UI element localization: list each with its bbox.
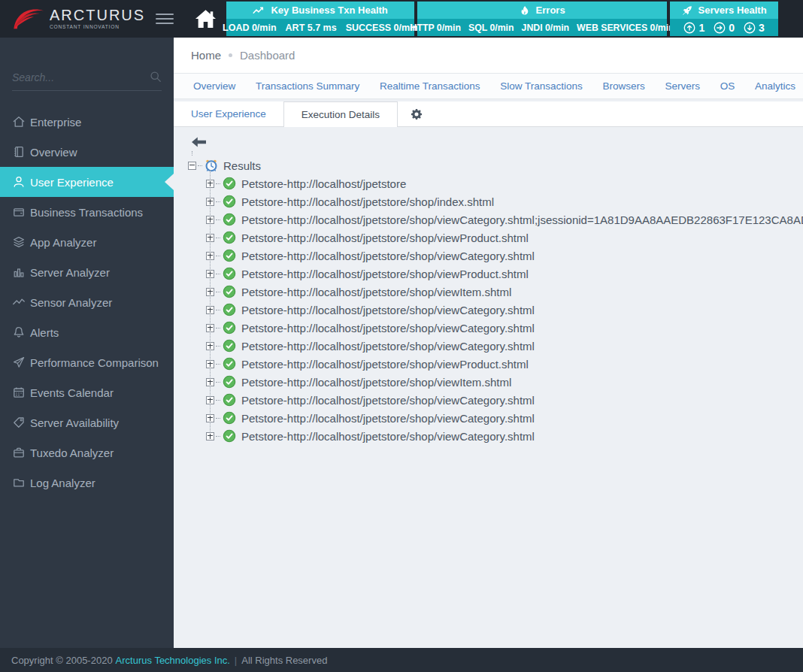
brand-text: ARCTURUS CONSTANT INNOVATION (50, 8, 145, 30)
server-stat-arrow-right-circle-icon: 0 (714, 22, 735, 34)
panel-title: Errors (417, 2, 667, 19)
tree-node-label: Petstore-http://localhost/jpetstore/shop… (241, 286, 511, 298)
sidebar-item-business-transactions[interactable]: Business Transactions (0, 197, 174, 227)
success-check-icon (223, 375, 236, 389)
breadcrumb-home[interactable]: Home (191, 49, 221, 62)
tree-node[interactable]: Petstore-http://localhost/jpetstore/shop… (206, 373, 803, 391)
tree-node[interactable]: Petstore-http://localhost/jpetstore/shop… (206, 337, 803, 355)
tree-node[interactable]: Petstore-http://localhost/jpetstore/shop… (206, 391, 803, 409)
tree-node-label: Petstore-http://localhost/jpetstore/shop… (241, 322, 535, 334)
tree-connector (216, 183, 220, 184)
home-icon (195, 9, 217, 29)
success-check-icon (223, 249, 236, 262)
expand-toggle[interactable] (206, 306, 214, 314)
sidebar-item-user-experience[interactable]: User Experience (0, 167, 174, 197)
tab-browsers[interactable]: Browsers (603, 80, 645, 92)
sidebar-item-label: Log Analyzer (30, 477, 95, 489)
tab-realtime-transactions[interactable]: Realtime Transactions (380, 80, 480, 92)
tab-servers[interactable]: Servers (665, 80, 700, 92)
sub-tabs: User Experience Execution Details (174, 101, 803, 127)
tree-node[interactable]: Petstore-http://localhost/jpetstore (206, 174, 803, 192)
tree-node-label: Petstore-http://localhost/jpetstore/shop… (241, 213, 803, 226)
panel-key-business-txn-health[interactable]: Key Business Txn Health LOAD 0/min ART 5… (226, 2, 414, 36)
tree-connector (216, 274, 220, 274)
expand-toggle[interactable] (206, 216, 214, 224)
panel-errors[interactable]: Errors HTTP 0/min SQL 0/min JNDI 0/min W… (417, 2, 667, 36)
tree-node[interactable]: Petstore-http://localhost/jpetstore/shop… (206, 192, 803, 210)
expand-toggle[interactable] (206, 198, 214, 206)
subtab-execution-details[interactable]: Execution Details (283, 101, 398, 126)
sidebar-nav: Enterprise Overview User Experience (0, 107, 174, 498)
tree-root-node[interactable]: Results (188, 156, 803, 174)
sidebar-item-enterprise[interactable]: Enterprise (0, 107, 174, 137)
tab-settings-button[interactable] (398, 101, 435, 126)
tab-os[interactable]: OS (720, 80, 735, 92)
search-icon[interactable] (150, 71, 162, 83)
tree-node[interactable]: Petstore-http://localhost/jpetstore/shop… (206, 265, 803, 283)
tree-connector (216, 418, 220, 419)
tree-node[interactable]: Petstore-http://localhost/jpetstore/shop… (206, 229, 803, 247)
collapse-toggle[interactable] (188, 162, 196, 170)
tab-analytics[interactable]: Analytics (755, 80, 795, 92)
menu-toggle-button[interactable] (156, 8, 174, 30)
panel-title-text: Errors (536, 5, 565, 16)
expand-toggle[interactable] (206, 414, 214, 422)
sidebar-item-sensor-analyzer[interactable]: Sensor Analyzer (0, 287, 174, 317)
tree-connector (216, 219, 220, 220)
breadcrumb-separator (229, 53, 232, 57)
tree-connector (216, 256, 220, 256)
success-check-icon (223, 231, 236, 244)
tree-node[interactable]: Petstore-http://localhost/jpetstore/shop… (206, 319, 803, 337)
sidebar-item-icon (12, 476, 26, 489)
expand-toggle[interactable] (206, 378, 214, 386)
sidebar-item-events-calendar[interactable]: Events Calendar (0, 377, 174, 407)
back-button[interactable] (191, 137, 207, 147)
expand-toggle[interactable] (206, 396, 214, 404)
tree-node[interactable]: Petstore-http://localhost/jpetstore/shop… (206, 427, 803, 445)
breadcrumb: Home Dashboard (174, 38, 803, 73)
expand-toggle[interactable] (206, 432, 214, 440)
sidebar-item-server-availability[interactable]: Server Availability (0, 407, 174, 437)
app-logo[interactable]: ARCTURUS CONSTANT INNOVATION (0, 5, 145, 33)
tab-slow-transactions[interactable]: Slow Transactions (500, 80, 583, 92)
tab-overview[interactable]: Overview (193, 80, 235, 92)
sidebar-item-log-analyzer[interactable]: Log Analyzer (0, 468, 174, 498)
tree-node[interactable]: Petstore-http://localhost/jpetstore/shop… (206, 409, 803, 427)
sidebar-item-overview[interactable]: Overview (0, 137, 174, 167)
subtab-label: Execution Details (302, 109, 380, 120)
expand-toggle[interactable] (206, 270, 214, 278)
subtab-user-experience[interactable]: User Experience (174, 101, 283, 126)
metric-art-5-7-ms: ART 5.7 ms (286, 23, 337, 33)
tab-transactions-summary[interactable]: Transactions Summary (256, 80, 359, 92)
home-button[interactable] (195, 9, 217, 29)
expand-toggle[interactable] (206, 342, 214, 350)
tree-node-label: Petstore-http://localhost/jpetstore/shop… (241, 412, 535, 425)
tree-node[interactable]: Petstore-http://localhost/jpetstore/shop… (206, 283, 803, 301)
expand-toggle[interactable] (206, 252, 214, 260)
expand-toggle[interactable] (206, 180, 214, 188)
expand-toggle[interactable] (206, 360, 214, 368)
company-link[interactable]: Arcturus Technologies Inc. (116, 655, 230, 666)
panel-servers-health[interactable]: Servers Health 1 0 (670, 2, 778, 36)
tree-node[interactable]: Petstore-http://localhost/jpetstore/shop… (206, 247, 803, 265)
search-input[interactable] (12, 71, 146, 83)
expand-toggle[interactable] (206, 234, 214, 242)
sidebar-item-icon (12, 446, 26, 459)
sidebar-search (12, 71, 162, 91)
sidebar-item-tuxedo-analyzer[interactable]: Tuxedo Analyzer (0, 437, 174, 468)
sidebar-item-alerts[interactable]: Alerts (0, 317, 174, 347)
tree-node[interactable]: Petstore-http://localhost/jpetstore/shop… (206, 210, 803, 229)
pulse-icon (253, 6, 265, 15)
sidebar-item-app-analyzer[interactable]: App Analyzer (0, 227, 174, 257)
tree-connector (216, 292, 220, 292)
tree-node[interactable]: Petstore-http://localhost/jpetstore/shop… (206, 301, 803, 319)
tree-node-label: Petstore-http://localhost/jpetstore/shop… (241, 376, 511, 389)
sidebar-item-server-analyzer[interactable]: Server Analyzer (0, 257, 174, 287)
success-check-icon (223, 357, 236, 371)
expand-toggle[interactable] (206, 324, 214, 332)
expand-toggle[interactable] (206, 288, 214, 296)
tree-children: Petstore-http://localhost/jpetstore Pets… (206, 174, 803, 445)
clock-icon (205, 159, 218, 172)
tree-node[interactable]: Petstore-http://localhost/jpetstore/shop… (206, 355, 803, 373)
sidebar-item-performance-comparison[interactable]: Performance Comparison (0, 347, 174, 377)
